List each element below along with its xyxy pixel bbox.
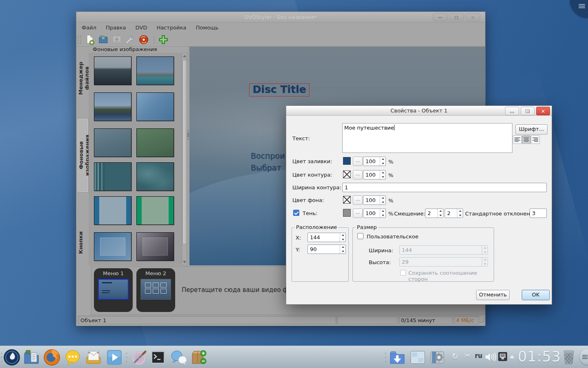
bg-color-swatch[interactable] xyxy=(343,196,351,204)
align-left-button[interactable] xyxy=(513,135,522,144)
background-thumbnail-sea[interactable] xyxy=(94,56,131,85)
menu-settings[interactable]: Настройка xyxy=(153,22,190,33)
menu1-card[interactable]: Меню 1 xyxy=(94,268,133,312)
align-center-button[interactable] xyxy=(522,135,531,144)
open-project-button[interactable] xyxy=(98,34,109,45)
shadow-color-picker-button[interactable]: ... xyxy=(353,209,363,218)
chat-icon[interactable] xyxy=(170,349,187,366)
menu-select-line[interactable]: Выбрат xyxy=(251,163,281,172)
window-close-button[interactable]: ✕ xyxy=(466,13,480,21)
resize-grip[interactable] xyxy=(479,318,484,323)
font-button[interactable]: Шрифт... xyxy=(515,124,548,135)
background-thumbnail-grey-gradient[interactable] xyxy=(94,128,131,157)
background-thumbnail-grey-frame[interactable] xyxy=(136,232,174,261)
y-spinner[interactable]: 90 xyxy=(307,245,346,254)
spin-up-icon[interactable] xyxy=(457,209,463,213)
spin-down-icon[interactable] xyxy=(380,162,385,166)
spin-down-icon[interactable] xyxy=(438,213,443,218)
device-notifier-tray-icon[interactable] xyxy=(497,351,508,362)
shadow-checkbox[interactable] xyxy=(293,210,299,216)
media-player-icon[interactable] xyxy=(106,349,123,366)
spin-down-icon[interactable] xyxy=(380,175,385,180)
menu-play-line[interactable]: Воспрои xyxy=(251,151,285,160)
file-manager-icon[interactable] xyxy=(23,349,40,366)
spin-down-icon[interactable] xyxy=(340,238,345,242)
fill-color-swatch[interactable] xyxy=(343,157,351,165)
deviation-input[interactable]: 3 xyxy=(530,209,547,218)
outline-color-picker-button[interactable]: ... xyxy=(353,170,363,180)
mageia-launcher-icon[interactable] xyxy=(3,349,20,366)
toolbar-grip[interactable] xyxy=(78,36,81,44)
window-maximize-button[interactable] xyxy=(449,13,464,21)
cancel-button[interactable]: Отменить xyxy=(476,290,510,300)
spin-up-icon[interactable] xyxy=(380,157,385,162)
disc-title-object[interactable]: Disc Title xyxy=(249,83,310,96)
trash-icon[interactable] xyxy=(560,349,577,366)
fill-opacity-spinner[interactable]: 100 xyxy=(363,157,386,166)
background-thumbnail-blue-frame[interactable] xyxy=(94,232,131,261)
spin-up-icon[interactable] xyxy=(438,209,443,213)
window-minimize-button[interactable] xyxy=(433,13,448,21)
background-thumbnail-teal-texture[interactable] xyxy=(136,162,174,191)
text-input[interactable]: Мое путешествие xyxy=(342,123,512,153)
updates-tray-icon[interactable]: ↻ xyxy=(452,351,459,361)
tray-expand-arrow-icon[interactable] xyxy=(510,355,514,358)
downloads-folder-icon[interactable] xyxy=(389,349,406,366)
background-thumbnail-blue-bars[interactable] xyxy=(94,196,131,225)
panel-toolbox-button[interactable] xyxy=(580,349,588,365)
outline-color-swatch[interactable] xyxy=(343,171,351,178)
disc-burner-icon[interactable] xyxy=(131,349,148,366)
panel-clock[interactable]: 01:53 xyxy=(518,348,561,365)
menu2-card[interactable]: Меню 2 xyxy=(136,268,175,312)
save-project-button[interactable] xyxy=(111,34,122,45)
offset-y-spinner[interactable]: 2 xyxy=(445,209,463,218)
spin-down-icon[interactable] xyxy=(340,249,345,254)
scroll-up-icon[interactable] xyxy=(183,55,186,57)
spin-up-icon[interactable] xyxy=(340,233,345,238)
scrollbar-thumb[interactable] xyxy=(183,60,187,245)
shadow-color-swatch[interactable] xyxy=(343,209,351,217)
menu-help[interactable]: Помощь xyxy=(192,22,222,33)
bg-color-picker-button[interactable]: ... xyxy=(353,195,363,205)
window-titlebar[interactable]: DVDStyler - Без названия* ✕ xyxy=(76,12,485,22)
align-right-button[interactable] xyxy=(531,135,540,144)
messenger-icon[interactable] xyxy=(64,349,81,366)
pager-icon[interactable] xyxy=(409,349,426,366)
spin-down-icon[interactable] xyxy=(457,213,463,218)
terminal-icon[interactable] xyxy=(149,349,167,366)
background-thumbnail-green-bars[interactable] xyxy=(136,196,174,225)
tab-backgrounds[interactable]: Фоновые изображения xyxy=(78,118,89,193)
menu-edit[interactable]: Правка xyxy=(102,22,129,33)
background-thumbnail-green-gradient[interactable] xyxy=(136,128,174,157)
spin-up-icon[interactable] xyxy=(380,209,385,213)
keyboard-layout-indicator[interactable]: ru xyxy=(475,352,482,359)
bg-opacity-spinner[interactable]: 100 xyxy=(363,195,386,205)
tab-buttons[interactable]: Кнопки xyxy=(78,230,87,255)
spin-up-icon[interactable] xyxy=(380,196,385,200)
offset-x-spinner[interactable]: 2 xyxy=(425,209,443,218)
outline-opacity-spinner[interactable]: 100 xyxy=(363,170,386,180)
package-manager-icon[interactable] xyxy=(190,349,207,366)
spin-down-icon[interactable] xyxy=(380,213,385,218)
clipboard-scissors-tray-icon[interactable]: ✂ xyxy=(464,350,471,361)
tab-file-manager[interactable]: Менеджер файлов xyxy=(78,52,87,105)
spin-down-icon[interactable] xyxy=(380,200,385,205)
spin-up-icon[interactable] xyxy=(380,171,385,175)
background-thumbnail-boat[interactable] xyxy=(136,56,174,85)
desktop-toolbox-button[interactable] xyxy=(570,0,588,18)
dialog-maximize-button[interactable] xyxy=(521,107,535,115)
background-thumbnail-blue-gradient[interactable] xyxy=(136,92,174,121)
control-center-icon[interactable] xyxy=(429,349,446,366)
dialog-minimize-button[interactable] xyxy=(505,107,519,115)
menu-dvd[interactable]: DVD xyxy=(132,22,151,33)
ok-button[interactable]: OK xyxy=(522,290,550,300)
custom-size-checkbox[interactable] xyxy=(357,233,363,239)
dialog-close-button[interactable]: ✕ xyxy=(536,107,550,115)
menu-file[interactable]: Файл xyxy=(78,22,100,33)
outline-width-input[interactable]: 1 xyxy=(342,183,547,192)
add-menu-object-button[interactable] xyxy=(158,34,169,45)
settings-wrench-button[interactable] xyxy=(124,34,135,45)
new-project-button[interactable] xyxy=(85,34,95,45)
background-thumbnail-teal-stripes[interactable] xyxy=(94,162,131,191)
shadow-opacity-spinner[interactable]: 100 xyxy=(363,209,386,218)
